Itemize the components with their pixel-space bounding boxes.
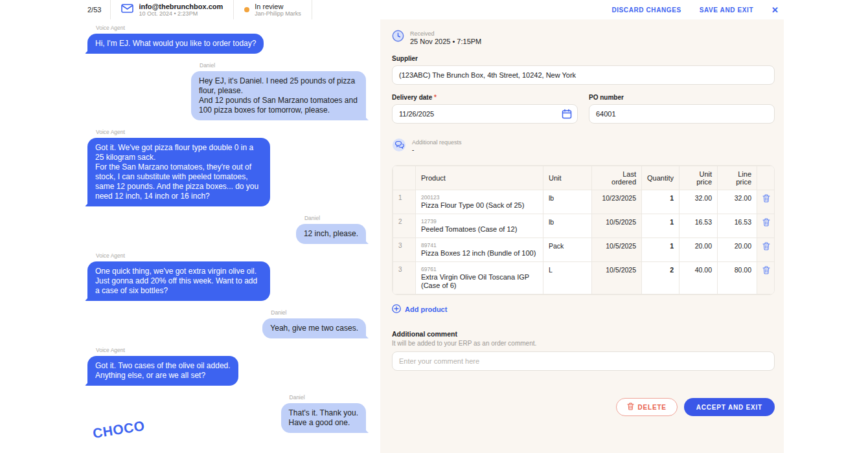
line-price-cell: 32.00 (718, 190, 757, 214)
top-bar: 2/53 info@thebrunchbox.com 10 Oct. 2024 … (0, 0, 868, 19)
trash-icon[interactable] (762, 194, 770, 204)
quantity-cell[interactable]: 1 (642, 214, 680, 238)
required-marker: * (434, 94, 437, 101)
unit-price-cell[interactable]: 32.00 (680, 190, 718, 214)
close-icon[interactable]: ✕ (771, 5, 779, 15)
chat-transcript: Voice Agent Hi, I'm EJ. What would you l… (87, 25, 366, 441)
calendar-icon[interactable] (562, 109, 572, 122)
received-value: 25 Nov 2025 • 7:15PM (410, 37, 481, 46)
unit-cell[interactable]: L (543, 262, 592, 294)
chat-bubble: Hey EJ, it's Daniel. I need 25 pounds of… (191, 71, 366, 120)
sender-label: Daniel (304, 215, 320, 221)
product-cell[interactable]: 69761 Extra Virgin Olive Oil Toscana IGP… (416, 262, 543, 294)
trash-icon[interactable] (762, 242, 770, 252)
quantity-column-header: Quantity (642, 166, 680, 190)
chat-bubble: Got it. We've got pizza flour type doubl… (87, 138, 270, 206)
product-code: 69761 (421, 266, 538, 273)
line-price-cell: 80.00 (718, 262, 757, 294)
unit-price-cell[interactable]: 16.53 (680, 214, 718, 238)
discard-changes-button[interactable]: DISCARD CHANGES (611, 6, 681, 14)
quantity-cell[interactable]: 1 (642, 238, 680, 262)
unit-price-cell[interactable]: 20.00 (680, 238, 718, 262)
chat-bubble: Hi, I'm EJ. What would you like to order… (87, 34, 264, 54)
status-dot-icon (244, 7, 249, 12)
additional-comment-label: Additional comment (392, 330, 775, 338)
delete-order-button[interactable]: DELETE (616, 398, 678, 416)
delete-row-cell (757, 190, 775, 214)
save-and-exit-button[interactable]: SAVE AND EXIT (700, 6, 753, 14)
chat-message: Voice Agent Got it. Two cases of the oli… (87, 347, 238, 386)
last-ordered-cell: 10/5/2025 (592, 262, 642, 294)
sender-label: Voice Agent (96, 252, 125, 259)
chat-message: Daniel That's it. Thank you. Have a good… (281, 394, 366, 433)
product-code: 12739 (421, 218, 538, 225)
clock-icon (392, 30, 404, 45)
chat-message: Voice Agent Got it. We've got pizza flou… (87, 129, 270, 206)
unit-cell[interactable]: lb (543, 214, 592, 238)
chat-bubble: Got it. Two cases of the olive oil added… (87, 356, 238, 386)
sender-email: info@thebrunchbox.com (139, 3, 223, 10)
unit-cell[interactable]: Pack (543, 238, 592, 262)
row-index: 3 (393, 238, 416, 262)
last-ordered-cell: 10/5/2025 (592, 238, 642, 262)
line-price-cell: 16.53 (718, 214, 757, 238)
sender-label: Voice Agent (96, 25, 125, 31)
product-name: Pizza Flour Type 00 (Sack of 25) (421, 201, 538, 210)
trash-icon (627, 403, 634, 412)
reviewer-name: Jan-Philipp Marks (255, 10, 301, 17)
trash-icon[interactable] (762, 218, 770, 228)
email-summary[interactable]: info@thebrunchbox.com 10 Oct. 2024 • 2:2… (111, 3, 233, 17)
divider (312, 0, 312, 19)
chat-bubble: Yeah, give me two cases. (262, 318, 366, 338)
chat-message: Voice Agent One quick thing, we've got e… (87, 252, 270, 301)
po-number-input[interactable] (589, 104, 775, 124)
unit-column-header: Unit (543, 166, 592, 190)
last-ordered-cell: 10/5/2025 (592, 214, 642, 238)
supplier-input[interactable] (392, 65, 775, 85)
product-cell[interactable]: 12739 Peeled Tomatoes (Case of 12) (416, 214, 543, 238)
product-cell[interactable]: 89741 Pizza Boxes 12 inch (Bundle of 100… (416, 238, 543, 262)
trash-icon[interactable] (762, 266, 770, 276)
quantity-cell[interactable]: 2 (642, 262, 680, 294)
table-row: 1 200123 Pizza Flour Type 00 (Sack of 25… (393, 190, 775, 214)
status-summary[interactable]: In review Jan-Philipp Marks (234, 3, 312, 17)
sender-label: Voice Agent (96, 129, 125, 135)
row-index: 2 (393, 214, 416, 238)
unit-cell[interactable]: lb (543, 190, 592, 214)
delete-row-cell (757, 214, 775, 238)
plus-circle-icon (392, 304, 401, 315)
sender-label: Voice Agent (96, 347, 125, 353)
unit-price-cell[interactable]: 40.00 (680, 262, 718, 294)
product-table: Product Unit Last ordered Quantity Unit … (392, 165, 775, 295)
chat-message: Daniel Hey EJ, it's Daniel. I need 25 po… (191, 62, 366, 120)
row-index: 1 (393, 190, 416, 214)
sender-label: Daniel (200, 62, 215, 69)
received-label: Received (410, 30, 481, 37)
chat-message: Daniel Yeah, give me two cases. (262, 309, 366, 338)
accept-and-exit-button[interactable]: ACCEPT AND EXIT (684, 398, 775, 416)
line-price-column-header: Line price (718, 166, 757, 190)
product-code: 200123 (421, 194, 538, 201)
received-datetime: 10 Oct. 2024 • 2:23PM (139, 10, 223, 17)
product-name: Extra Virgin Olive Oil Toscana IGP (Case… (421, 273, 538, 290)
product-column-header: Product (416, 166, 543, 190)
chat-bubble: One quick thing, we've got extra virgin … (87, 261, 270, 301)
unit-price-column-header: Unit price (680, 166, 718, 190)
additional-requests: Additional requests - (392, 138, 775, 155)
additional-requests-value: - (412, 146, 462, 154)
order-panel: Received 25 Nov 2025 • 7:15PM Supplier D… (380, 19, 784, 453)
status-badge: In review (255, 3, 301, 10)
table-header-row: Product Unit Last ordered Quantity Unit … (393, 166, 775, 190)
add-product-button[interactable]: Add product (392, 304, 447, 315)
last-ordered-cell: 10/23/2025 (592, 190, 642, 214)
product-cell[interactable]: 200123 Pizza Flour Type 00 (Sack of 25) (416, 190, 543, 214)
chat-bubble: 12 inch, please. (296, 224, 366, 244)
table-row: 3 89741 Pizza Boxes 12 inch (Bundle of 1… (393, 238, 775, 262)
table-row: 2 12739 Peeled Tomatoes (Case of 12) lb … (393, 214, 775, 238)
quantity-cell[interactable]: 1 (642, 190, 680, 214)
additional-requests-label: Additional requests (412, 139, 462, 146)
delivery-date-input[interactable] (392, 104, 578, 124)
comment-input[interactable] (392, 351, 775, 371)
last-ordered-column-header: Last ordered (592, 166, 642, 190)
row-index: 3 (393, 262, 416, 294)
